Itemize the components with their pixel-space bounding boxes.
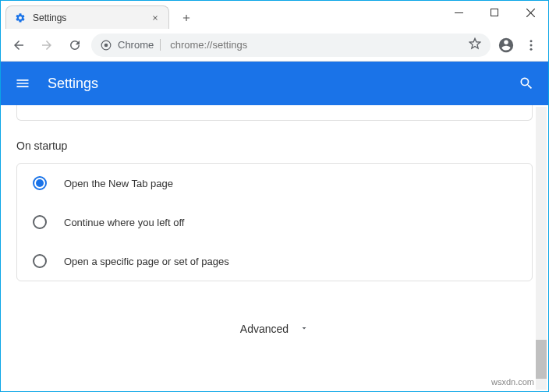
svg-rect-0: [491, 9, 498, 16]
toolbar-right: [495, 34, 542, 56]
startup-option-specific-pages[interactable]: Open a specific page or set of pages: [17, 242, 532, 281]
address-url: chrome://settings: [170, 39, 247, 51]
radio-icon: [33, 254, 47, 268]
close-window-button[interactable]: [512, 1, 548, 24]
scrollbar-thumb[interactable]: [536, 340, 547, 379]
titlebar: Settings: [1, 1, 548, 29]
close-tab-icon[interactable]: [150, 12, 161, 23]
watermark: wsxdn.com: [491, 377, 534, 387]
hamburger-menu-icon[interactable]: [13, 74, 32, 93]
profile-avatar-icon[interactable]: [495, 34, 517, 56]
minimize-button[interactable]: [441, 1, 476, 24]
browser-toolbar: Chrome chrome://settings: [1, 29, 548, 62]
startup-option-new-tab[interactable]: Open the New Tab page: [17, 164, 532, 203]
forward-button[interactable]: [35, 34, 58, 57]
advanced-toggle[interactable]: Advanced: [16, 309, 533, 348]
scrollbar[interactable]: [536, 107, 547, 390]
previous-section-card: [16, 105, 533, 121]
svg-point-4: [530, 44, 533, 46]
svg-point-3: [530, 40, 533, 42]
bookmark-star-icon[interactable]: [469, 37, 481, 53]
maximize-button[interactable]: [476, 1, 512, 24]
radio-label: Continue where you left off: [64, 217, 184, 228]
gear-icon: [14, 12, 27, 24]
reload-button[interactable]: [63, 34, 87, 57]
svg-point-2: [104, 43, 108, 47]
chrome-icon: [101, 40, 112, 51]
back-button[interactable]: [7, 34, 30, 57]
svg-point-5: [530, 48, 533, 50]
radio-label: Open a specific page or set of pages: [64, 256, 229, 267]
settings-header: Settings: [1, 62, 548, 105]
address-chip: Chrome: [118, 39, 161, 51]
browser-tab[interactable]: Settings: [5, 5, 169, 29]
page-title: Settings: [48, 76, 517, 92]
settings-content: On startup Open the New Tab page Continu…: [1, 105, 548, 391]
startup-options-card: Open the New Tab page Continue where you…: [16, 163, 533, 281]
search-icon[interactable]: [517, 74, 536, 93]
chevron-down-icon: [299, 322, 309, 336]
tab-title: Settings: [33, 12, 143, 23]
radio-label: Open the New Tab page: [64, 178, 173, 189]
radio-icon: [33, 215, 47, 229]
advanced-label: Advanced: [240, 323, 289, 335]
window-controls: [441, 1, 548, 24]
new-tab-button[interactable]: [175, 7, 197, 29]
startup-option-continue[interactable]: Continue where you left off: [17, 203, 532, 242]
radio-icon: [33, 176, 47, 190]
kebab-menu-icon[interactable]: [520, 34, 542, 56]
address-bar[interactable]: Chrome chrome://settings: [91, 34, 491, 57]
section-title-startup: On startup: [16, 139, 533, 152]
